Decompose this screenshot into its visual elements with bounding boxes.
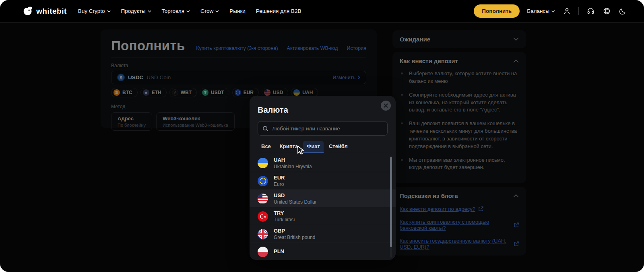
nav-item-markets[interactable]: Рынки bbox=[229, 8, 246, 14]
search-input[interactable] bbox=[272, 126, 383, 132]
list-scrollbar-thumb[interactable] bbox=[390, 157, 392, 247]
support-headphones-icon[interactable] bbox=[586, 7, 595, 16]
currency-row-eur[interactable]: EUR Euro bbox=[250, 172, 396, 190]
currency-row-usd[interactable]: USD United States Dollar bbox=[250, 190, 396, 207]
nav-item-products[interactable]: Продукты bbox=[121, 8, 151, 14]
dark-mode-moon-icon[interactable] bbox=[618, 7, 627, 16]
navbar-actions: Пополнить Балансы bbox=[474, 4, 627, 18]
nav-item-buy-crypto[interactable]: Buy Crypto bbox=[78, 8, 111, 14]
uah-flag-icon bbox=[258, 158, 268, 168]
currency-row-uah[interactable]: UAH Ukrainian Hryvnia bbox=[250, 154, 396, 172]
close-icon[interactable] bbox=[381, 101, 391, 111]
nav-item-trading[interactable]: Торговля bbox=[162, 8, 190, 14]
eur-flag-icon bbox=[258, 176, 268, 186]
user-icon[interactable] bbox=[562, 7, 571, 16]
tab-fiat[interactable]: Фиат bbox=[303, 141, 324, 153]
list-scrollbar-track[interactable] bbox=[390, 156, 392, 258]
search-icon bbox=[262, 126, 268, 132]
chevron-down-icon bbox=[148, 10, 151, 12]
globe-language-icon[interactable] bbox=[602, 7, 611, 16]
main-menu: Buy Crypto Продукты Торговля Grow Рынки … bbox=[78, 8, 301, 14]
chevron-down-icon bbox=[551, 10, 555, 12]
pln-flag-icon bbox=[258, 247, 268, 257]
chevron-down-icon bbox=[215, 10, 219, 12]
currency-filter-tabs: Все Крипта Фиат Стейбл bbox=[258, 141, 388, 153]
currency-row-gbp[interactable]: GBP Great British pound bbox=[250, 225, 396, 243]
balances-menu[interactable]: Балансы bbox=[527, 8, 555, 14]
currency-list: UAH Ukrainian Hryvnia EUR Euro USD bbox=[250, 154, 396, 260]
usd-flag-icon bbox=[258, 194, 268, 204]
currency-row-pln[interactable]: PLN bbox=[250, 243, 396, 260]
modal-title: Валюта bbox=[258, 105, 388, 115]
currency-search[interactable] bbox=[258, 121, 388, 136]
nav-divider bbox=[578, 7, 579, 15]
currency-row-try[interactable]: TRY Türk lirası bbox=[250, 207, 396, 225]
whitebit-logo[interactable]: whitebit bbox=[22, 6, 67, 16]
nav-item-grow[interactable]: Grow bbox=[200, 8, 219, 14]
mouse-cursor bbox=[297, 145, 305, 157]
tab-stable[interactable]: Стейбл bbox=[325, 141, 351, 153]
deposit-button[interactable]: Пополнить bbox=[474, 4, 520, 18]
top-navbar: whitebit Buy Crypto Продукты Торговля Gr… bbox=[0, 0, 644, 23]
gbp-flag-icon bbox=[258, 229, 268, 239]
whitebit-rabbit-icon bbox=[22, 6, 33, 16]
try-flag-icon bbox=[258, 211, 268, 222]
whitebit-deposit-page: whitebit Buy Crypto Продукты Торговля Gr… bbox=[0, 0, 644, 272]
nav-item-b2b[interactable]: Решения для B2B bbox=[256, 8, 301, 14]
tab-all[interactable]: Все bbox=[258, 141, 275, 153]
currency-select-modal: Валюта Все Крипта Фиат Стейбл UAH Ukrain… bbox=[250, 96, 396, 260]
chevron-down-icon bbox=[107, 10, 111, 12]
chevron-down-icon bbox=[186, 10, 190, 12]
